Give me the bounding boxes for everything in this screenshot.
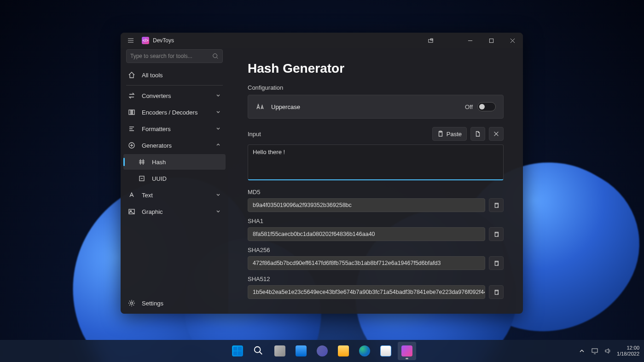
- taskbar-taskview[interactable]: [271, 342, 289, 360]
- copy-icon: [493, 231, 499, 237]
- tray-date-text: 1/18/2022: [617, 351, 639, 357]
- file-icon: [475, 131, 481, 137]
- nav-generators[interactable]: Generators: [123, 138, 226, 153]
- nav-label: Formatters: [142, 126, 171, 132]
- config-label: Configuration: [248, 84, 504, 91]
- uppercase-toggle[interactable]: [477, 102, 496, 111]
- compact-overlay-button[interactable]: [420, 33, 441, 48]
- svg-rect-2: [489, 39, 493, 42]
- home-icon: [128, 71, 135, 79]
- chevron-down-icon: [215, 92, 221, 99]
- md5-value[interactable]: b9a4f035019096a2f939352b369258bc: [248, 198, 485, 212]
- hash-icon: [138, 158, 145, 166]
- taskbar-explorer[interactable]: [334, 342, 353, 360]
- uuid-icon: [138, 175, 145, 182]
- copy-icon: [493, 260, 499, 266]
- generators-icon: [128, 142, 135, 149]
- app-title: DevToys: [153, 37, 174, 44]
- close-icon: [493, 131, 499, 137]
- nav-label: UUID: [152, 175, 167, 182]
- chevron-up-icon: [215, 142, 221, 149]
- paste-button[interactable]: Paste: [432, 127, 467, 141]
- nav-label: Hash: [152, 159, 166, 166]
- search-input[interactable]: [130, 53, 212, 59]
- nav-label: All tools: [142, 72, 163, 79]
- search-icon: [212, 53, 219, 59]
- sha512-copy-button[interactable]: [489, 285, 504, 299]
- tray-clock[interactable]: 12:00 1/18/2022: [617, 345, 639, 357]
- uppercase-icon: [255, 103, 264, 111]
- taskbar-devtoys[interactable]: [398, 342, 416, 360]
- svg-rect-6: [133, 110, 134, 115]
- sha1-value[interactable]: 8fa581f55caecb0bc1da080202f64836b146aa40: [248, 227, 485, 241]
- nav-formatters[interactable]: Formatters: [123, 121, 226, 137]
- sha256-label: SHA256: [248, 247, 504, 253]
- svg-rect-19: [592, 349, 598, 352]
- tray-chevron-up-icon[interactable]: [578, 347, 586, 355]
- sha1-copy-button[interactable]: [489, 227, 504, 241]
- converters-icon: [128, 92, 135, 99]
- chevron-down-icon: [215, 192, 221, 199]
- nav-label: Converters: [142, 92, 171, 99]
- chevron-down-icon: [215, 208, 221, 215]
- hamburger-menu[interactable]: [125, 35, 136, 46]
- nav-label: Generators: [142, 142, 172, 149]
- start-button[interactable]: [228, 342, 247, 360]
- nav-uuid[interactable]: UUID: [123, 171, 226, 186]
- nav-encoders[interactable]: Encoders / Decoders: [123, 104, 226, 120]
- tray-volume-icon[interactable]: [604, 347, 611, 355]
- taskbar-teams[interactable]: [313, 342, 331, 360]
- md5-copy-button[interactable]: [489, 198, 504, 212]
- nav-label: Settings: [142, 300, 163, 307]
- taskbar: 12:00 1/18/2022: [0, 340, 644, 362]
- sha256-copy-button[interactable]: [489, 256, 504, 270]
- copy-icon: [493, 202, 499, 208]
- nav-label: Graphic: [142, 208, 163, 215]
- taskbar-widgets[interactable]: [292, 342, 310, 360]
- system-tray[interactable]: 12:00 1/18/2022: [578, 345, 639, 357]
- maximize-button[interactable]: [481, 33, 502, 48]
- clear-button[interactable]: [489, 127, 504, 141]
- nav-separator: [126, 85, 223, 86]
- app-window: </> DevToys All tools: [121, 33, 523, 314]
- sha256-value[interactable]: 472f86ad5b7bcd90eff6147fd6f8fb755ac3b1ab…: [248, 256, 485, 270]
- nav-graphic[interactable]: Graphic: [123, 204, 226, 219]
- svg-rect-5: [131, 110, 132, 115]
- gear-icon: [128, 299, 135, 307]
- input-textarea[interactable]: [248, 144, 504, 180]
- copy-icon: [493, 289, 499, 295]
- nav-text[interactable]: Text: [123, 187, 226, 203]
- nav-settings[interactable]: Settings: [123, 295, 226, 311]
- nav-converters[interactable]: Converters: [123, 88, 226, 103]
- sidebar: All tools Converters Encoders / Decoders…: [121, 48, 228, 314]
- input-label: Input: [248, 131, 429, 138]
- paste-label: Paste: [447, 131, 462, 138]
- tray-monitor-icon[interactable]: [591, 347, 598, 355]
- nav-hash[interactable]: Hash: [123, 154, 226, 170]
- uppercase-label: Uppercase: [271, 103, 465, 110]
- sha1-label: SHA1: [248, 218, 504, 224]
- taskbar-edge[interactable]: [355, 342, 374, 360]
- app-icon: </>: [142, 37, 149, 44]
- taskbar-store[interactable]: [377, 342, 395, 360]
- svg-point-3: [213, 54, 217, 58]
- titlebar: </> DevToys: [121, 33, 523, 48]
- chevron-down-icon: [215, 109, 221, 116]
- svg-rect-4: [129, 110, 131, 115]
- minimize-button[interactable]: [459, 33, 481, 48]
- open-file-button[interactable]: [470, 127, 485, 141]
- close-button[interactable]: [502, 33, 523, 48]
- sha512-value[interactable]: 1b5e4b2ea5e1e23c5649ece43bf3e674b7a90b3f…: [248, 285, 485, 299]
- encoders-icon: [128, 109, 135, 116]
- nav-all-tools[interactable]: All tools: [123, 67, 226, 83]
- text-icon: [128, 191, 135, 199]
- md5-label: MD5: [248, 189, 504, 195]
- tray-time-text: 12:00: [617, 345, 639, 351]
- graphic-icon: [128, 208, 135, 215]
- sha512-label: SHA512: [248, 276, 504, 282]
- search-box[interactable]: [126, 49, 223, 63]
- uppercase-state: Off: [465, 103, 473, 110]
- nav-label: Text: [142, 192, 153, 199]
- nav-label: Encoders / Decoders: [142, 109, 197, 116]
- taskbar-search[interactable]: [249, 342, 268, 360]
